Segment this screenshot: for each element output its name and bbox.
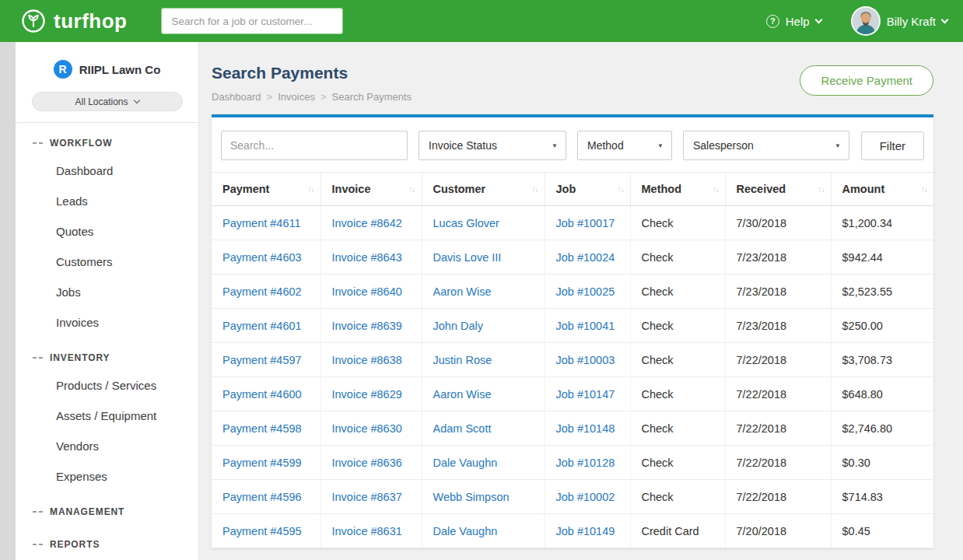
column-label: Job: [556, 183, 576, 195]
payment-link[interactable]: Payment #4597: [222, 354, 302, 366]
column-header-payment[interactable]: Payment↑↓: [212, 173, 320, 206]
invoice-link[interactable]: Invoice #8638: [332, 354, 402, 366]
invoice-link-cell: Invoice #8642: [320, 206, 422, 240]
sidebar-item-expenses[interactable]: Expenses: [16, 461, 198, 492]
breadcrumb-item-invoices[interactable]: Invoices: [278, 91, 315, 103]
sort-icon[interactable]: ↑↓: [532, 185, 538, 194]
company-logo-icon: R: [54, 60, 72, 79]
sidebar-item-leads[interactable]: Leads: [16, 186, 198, 216]
sidebar-item-vendors[interactable]: Vendors: [16, 431, 198, 461]
salesperson-select[interactable]: Salesperson ▼: [683, 131, 849, 160]
invoice-link[interactable]: Invoice #8642: [332, 217, 402, 229]
customer-link[interactable]: Dale Vaughn: [433, 457, 498, 469]
payment-link[interactable]: Payment #4602: [222, 285, 302, 298]
payment-link[interactable]: Payment #4601: [222, 320, 302, 332]
job-link[interactable]: Job #10041: [556, 320, 615, 332]
method-cell: Check: [630, 480, 725, 514]
column-header-customer[interactable]: Customer↑↓: [422, 173, 545, 206]
table-row: Payment #4602Invoice #8640Aaron WiseJob …: [212, 275, 933, 309]
sidebar: R RIIPL Lawn Co All Locations WORKFLOWDa…: [16, 42, 199, 560]
sort-icon[interactable]: ↑↓: [618, 185, 624, 194]
payment-link[interactable]: Payment #4598: [222, 422, 302, 435]
select-caret-icon: ▼: [657, 142, 664, 149]
tree-dash-icon: [33, 511, 43, 513]
sort-icon[interactable]: ↑↓: [409, 185, 415, 194]
sidebar-item-jobs[interactable]: Jobs: [16, 277, 198, 307]
job-link[interactable]: Job #10128: [556, 457, 615, 469]
customer-link[interactable]: Dale Vaughn: [433, 525, 498, 537]
invoice-link[interactable]: Invoice #8637: [332, 491, 402, 503]
invoice-link-cell: Invoice #8636: [320, 446, 422, 480]
job-link[interactable]: Job #10147: [556, 388, 615, 401]
column-header-amount[interactable]: Amount↑↓: [831, 173, 933, 206]
customer-link[interactable]: Lucas Glover: [433, 217, 499, 229]
filter-button[interactable]: Filter: [861, 131, 924, 160]
amount-cell: $2,523.55: [831, 275, 933, 309]
invoice-link-cell: Invoice #8643: [320, 240, 422, 275]
job-link[interactable]: Job #10148: [556, 422, 615, 435]
payment-link[interactable]: Payment #4600: [222, 388, 302, 401]
payment-link[interactable]: Payment #4596: [222, 491, 302, 503]
sidebar-item-dashboard[interactable]: Dashboard: [16, 156, 198, 186]
nav-section-workflow: WORKFLOW: [16, 123, 198, 156]
job-link[interactable]: Job #10003: [556, 354, 615, 366]
customer-link-cell: John Daly: [422, 309, 545, 343]
chevron-down-icon: [133, 97, 139, 103]
invoice-link[interactable]: Invoice #8629: [332, 388, 402, 401]
job-link[interactable]: Job #10017: [556, 217, 615, 229]
user-menu[interactable]: Billy Kraft: [851, 6, 947, 36]
method-cell: Credit Card: [630, 514, 725, 548]
customer-link[interactable]: Aaron Wise: [433, 388, 492, 401]
job-link[interactable]: Job #10149: [556, 525, 615, 537]
received-cell: 7/22/2018: [725, 343, 831, 377]
brand-name: turfhop: [54, 9, 127, 33]
column-header-method[interactable]: Method↑↓: [630, 173, 725, 206]
sort-icon[interactable]: ↑↓: [921, 185, 927, 194]
method-select[interactable]: Method ▼: [577, 131, 672, 160]
column-header-invoice[interactable]: Invoice↑↓: [320, 173, 422, 206]
customer-link[interactable]: John Daly: [433, 320, 483, 332]
tree-dash-icon: [33, 544, 43, 545]
column-header-job[interactable]: Job↑↓: [545, 173, 630, 206]
main-content: Search Payments Dashboard>Invoices>Searc…: [199, 42, 963, 560]
amount-cell: $0.45: [831, 514, 933, 548]
invoice-link[interactable]: Invoice #8643: [332, 251, 402, 264]
payments-search-input[interactable]: [221, 131, 408, 160]
payment-link[interactable]: Payment #4599: [222, 457, 302, 469]
payment-link[interactable]: Payment #4603: [222, 251, 302, 264]
payment-link[interactable]: Payment #4595: [222, 525, 302, 537]
all-locations-dropdown[interactable]: All Locations: [32, 92, 183, 111]
sidebar-item-products-services[interactable]: Products / Services: [16, 370, 198, 401]
sidebar-item-invoices[interactable]: Invoices: [16, 307, 198, 338]
customer-link[interactable]: Aaron Wise: [433, 285, 492, 298]
column-header-received[interactable]: Received↑↓: [725, 173, 831, 206]
sort-icon[interactable]: ↑↓: [818, 185, 825, 194]
job-link[interactable]: Job #10024: [556, 251, 615, 264]
job-link[interactable]: Job #10025: [556, 285, 615, 298]
method-cell: Check: [630, 446, 725, 480]
sidebar-item-customers[interactable]: Customers: [16, 247, 198, 277]
payment-link[interactable]: Payment #4611: [222, 217, 301, 229]
invoice-link[interactable]: Invoice #8636: [332, 457, 402, 469]
sort-icon[interactable]: ↑↓: [308, 185, 314, 194]
table-row: Payment #4598Invoice #8630Adam ScottJob …: [212, 411, 933, 446]
invoice-link[interactable]: Invoice #8639: [332, 320, 402, 332]
invoice-link[interactable]: Invoice #8640: [332, 285, 402, 298]
global-search-input[interactable]: [161, 8, 343, 34]
invoice-link[interactable]: Invoice #8630: [332, 422, 402, 435]
breadcrumb-item-dashboard[interactable]: Dashboard: [212, 91, 261, 103]
sidebar-item-quotes[interactable]: Quotes: [16, 216, 198, 247]
customer-link[interactable]: Adam Scott: [433, 422, 492, 435]
sort-icon[interactable]: ↑↓: [713, 185, 719, 194]
customer-link[interactable]: Justin Rose: [433, 354, 492, 366]
invoice-status-select[interactable]: Invoice Status ▼: [418, 131, 566, 160]
help-menu[interactable]: ? Help: [766, 15, 821, 28]
method-cell: Check: [630, 240, 725, 275]
customer-link[interactable]: Davis Love III: [433, 251, 502, 264]
sidebar-item-assets-equipment[interactable]: Assets / Equipment: [16, 401, 198, 431]
payment-link-cell: Payment #4598: [212, 411, 320, 446]
invoice-link[interactable]: Invoice #8631: [332, 525, 402, 537]
job-link[interactable]: Job #10002: [556, 491, 615, 503]
customer-link[interactable]: Webb Simpson: [433, 491, 510, 503]
receive-payment-button[interactable]: Receive Payment: [800, 65, 933, 96]
